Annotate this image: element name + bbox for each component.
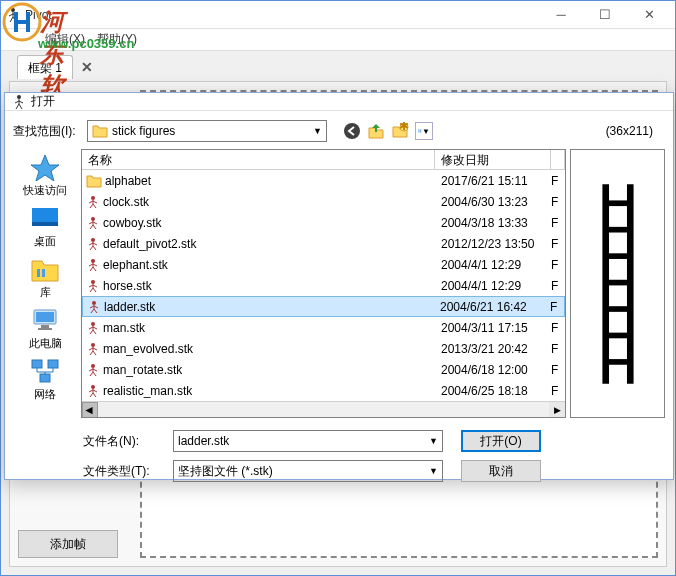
- add-frame-button[interactable]: 添加帧: [18, 530, 118, 558]
- svg-line-55: [93, 267, 96, 271]
- svg-line-49: [93, 246, 96, 250]
- svg-line-66: [91, 309, 94, 313]
- folder-dropdown[interactable]: stick figures ▼: [87, 120, 327, 142]
- svg-line-4: [10, 17, 13, 22]
- svg-line-48: [90, 246, 93, 250]
- svg-line-11: [16, 104, 19, 109]
- places-bar: 快速访问 桌面 库 此电脑 网络: [13, 149, 77, 418]
- close-button[interactable]: ✕: [627, 1, 671, 29]
- filetype-dropdown[interactable]: 坚持图文件 (*.stk) ▼: [173, 460, 443, 482]
- svg-point-7: [17, 95, 21, 99]
- svg-line-43: [93, 225, 96, 229]
- filename-label: 文件名(N):: [83, 433, 163, 450]
- svg-line-3: [13, 14, 17, 16]
- svg-point-68: [91, 322, 95, 326]
- svg-rect-16: [418, 129, 419, 130]
- window-title: Pivot: [25, 8, 539, 22]
- dialog-titlebar: 打开: [5, 93, 673, 111]
- new-folder-icon[interactable]: ✱: [391, 122, 409, 140]
- place-quick-access[interactable]: 快速访问: [15, 153, 75, 198]
- svg-point-50: [91, 259, 95, 263]
- svg-point-13: [344, 123, 360, 139]
- svg-line-65: [94, 306, 98, 308]
- place-network[interactable]: 网络: [15, 357, 75, 402]
- filename-input[interactable]: ladder.stk ▼: [173, 430, 443, 452]
- column-end: [551, 150, 565, 169]
- scrollbar-right-arrow[interactable]: ▶: [549, 402, 565, 418]
- svg-line-83: [93, 369, 97, 371]
- ladder-preview-icon: [601, 184, 635, 384]
- file-row[interactable]: man_evolved.stk2013/3/21 20:42F: [82, 338, 565, 359]
- svg-line-76: [89, 348, 93, 350]
- place-desktop[interactable]: 桌面: [15, 204, 75, 249]
- svg-point-80: [91, 364, 95, 368]
- file-row[interactable]: man.stk2004/3/11 17:15F: [82, 317, 565, 338]
- file-row[interactable]: horse.stk2004/4/1 12:29F: [82, 275, 565, 296]
- menubar: 文件 编辑(X) 帮助(Y): [1, 29, 675, 51]
- svg-line-72: [90, 330, 93, 334]
- maximize-button[interactable]: ☐: [583, 1, 627, 29]
- tab-close-icon[interactable]: ✕: [77, 57, 97, 77]
- svg-line-58: [89, 285, 93, 287]
- dialog-title: 打开: [31, 93, 667, 110]
- place-this-pc[interactable]: 此电脑: [15, 306, 75, 351]
- svg-marker-20: [31, 155, 59, 181]
- svg-line-88: [89, 390, 93, 392]
- svg-rect-26: [36, 312, 54, 322]
- svg-line-37: [93, 204, 96, 208]
- svg-point-74: [91, 343, 95, 347]
- open-button[interactable]: 打开(O): [461, 430, 541, 452]
- svg-line-84: [90, 372, 93, 376]
- svg-line-42: [90, 225, 93, 229]
- filetype-label: 文件类型(T):: [83, 463, 163, 480]
- svg-line-52: [89, 264, 93, 266]
- file-row[interactable]: realistic_man.stk2004/6/25 18:18F: [82, 380, 565, 401]
- tabs-row: 框架 1 ✕: [1, 51, 675, 79]
- svg-line-79: [93, 351, 96, 355]
- column-name[interactable]: 名称: [82, 150, 435, 169]
- place-libraries[interactable]: 库: [15, 255, 75, 300]
- svg-rect-31: [40, 374, 50, 382]
- svg-line-41: [93, 222, 97, 224]
- svg-line-71: [93, 327, 97, 329]
- look-in-row: 查找范围(I): stick figures ▼ ✱ ▼ (36x211): [13, 117, 665, 145]
- open-dialog: 打开 查找范围(I): stick figures ▼ ✱ ▼ (36x211): [4, 92, 674, 480]
- look-in-label: 查找范围(I):: [13, 123, 81, 140]
- svg-line-90: [90, 393, 93, 397]
- svg-line-46: [89, 243, 93, 245]
- scrollbar-thumb[interactable]: ◄: [82, 402, 98, 418]
- cancel-button[interactable]: 取消: [461, 460, 541, 482]
- svg-line-12: [19, 104, 22, 109]
- menu-edit[interactable]: 编辑(X): [45, 31, 85, 48]
- up-icon[interactable]: [367, 122, 385, 140]
- file-row[interactable]: ladder.stk2004/6/21 16:42F: [82, 296, 565, 317]
- svg-line-73: [93, 330, 96, 334]
- file-row[interactable]: alphabet2017/6/21 15:11F: [82, 170, 565, 191]
- svg-line-35: [93, 201, 97, 203]
- file-row[interactable]: man_rotate.stk2004/6/18 12:00F: [82, 359, 565, 380]
- svg-line-5: [13, 17, 16, 22]
- svg-point-32: [91, 196, 95, 200]
- view-mode-button[interactable]: ▼: [415, 122, 433, 140]
- chevron-down-icon: ▼: [429, 436, 438, 446]
- tab-frame-1[interactable]: 框架 1: [17, 55, 73, 79]
- menu-help[interactable]: 帮助(Y): [97, 31, 137, 48]
- svg-line-77: [93, 348, 97, 350]
- chevron-down-icon: ▼: [429, 466, 438, 476]
- folder-name: stick figures: [112, 124, 313, 138]
- preview-pane: [570, 149, 665, 418]
- svg-line-10: [19, 101, 23, 103]
- file-row[interactable]: default_pivot2.stk2012/12/23 13:50F: [82, 233, 565, 254]
- svg-point-86: [91, 385, 95, 389]
- svg-line-67: [94, 309, 97, 313]
- file-row[interactable]: clock.stk2004/6/30 13:23F: [82, 191, 565, 212]
- folder-icon: [92, 124, 108, 138]
- column-date[interactable]: 修改日期: [435, 150, 551, 169]
- file-row[interactable]: elephant.stk2004/4/1 12:29F: [82, 254, 565, 275]
- file-list-header: 名称 修改日期: [82, 150, 565, 170]
- svg-line-61: [93, 288, 96, 292]
- back-icon[interactable]: [343, 122, 361, 140]
- file-row[interactable]: cowboy.stk2004/3/18 13:33F: [82, 212, 565, 233]
- minimize-button[interactable]: ─: [539, 1, 583, 29]
- horizontal-scrollbar[interactable]: ◄ ▶: [82, 401, 565, 417]
